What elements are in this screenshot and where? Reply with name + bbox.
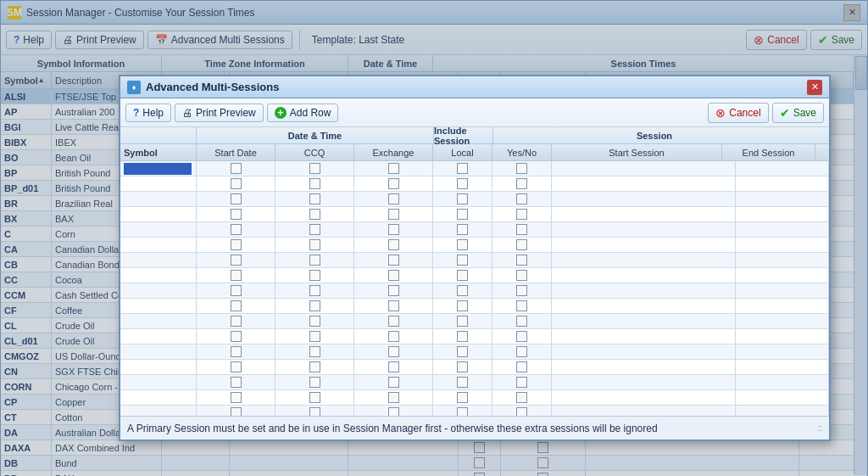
dialog-checkbox[interactable]: [457, 331, 468, 342]
dcell-yesno[interactable]: [492, 176, 552, 191]
dialog-table-row[interactable]: [120, 283, 829, 299]
dcell-ccq[interactable]: [275, 360, 354, 374]
dcell-startdate[interactable]: [197, 207, 275, 221]
dialog-checkbox[interactable]: [457, 163, 468, 174]
dcell-startdate[interactable]: [197, 314, 275, 328]
dcell-startdate[interactable]: [197, 238, 275, 252]
dcell-endsession[interactable]: [736, 344, 829, 359]
dcell-startdate[interactable]: [197, 161, 275, 176]
dialog-checkbox[interactable]: [388, 270, 399, 281]
dcell-startdate[interactable]: [197, 222, 275, 237]
dcell-ccq[interactable]: [275, 192, 354, 206]
dialog-checkbox[interactable]: [457, 377, 468, 388]
dialog-table-row[interactable]: [120, 268, 829, 283]
dialog-checkbox[interactable]: [231, 255, 242, 266]
dialog-checkbox[interactable]: [231, 331, 242, 342]
dcell-local[interactable]: [433, 390, 492, 405]
dcell-startdate[interactable]: [197, 253, 275, 267]
dcell-local[interactable]: [433, 207, 492, 221]
dialog-checkbox[interactable]: [309, 285, 320, 296]
dcell-local[interactable]: [433, 299, 492, 313]
dialog-checkbox[interactable]: [231, 346, 242, 357]
dcell-yesno[interactable]: [492, 222, 552, 237]
dialog-checkbox[interactable]: [457, 193, 468, 204]
dcell-startsession[interactable]: [552, 406, 736, 416]
dcell-yesno[interactable]: [492, 238, 552, 252]
dcell-startsession[interactable]: [552, 360, 736, 374]
dialog-checkbox[interactable]: [388, 239, 399, 250]
dialog-checkbox[interactable]: [309, 193, 320, 204]
dcell-local[interactable]: [433, 176, 492, 191]
dialog-checkbox[interactable]: [457, 361, 468, 372]
dcell-local[interactable]: [433, 192, 492, 206]
dialog-checkbox[interactable]: [457, 346, 468, 357]
dialog-checkbox[interactable]: [309, 209, 320, 220]
dialog-checkbox[interactable]: [309, 407, 320, 416]
dcell-startsession[interactable]: [552, 192, 736, 206]
dcell-symbol[interactable]: [120, 192, 197, 206]
dcell-exchange[interactable]: [354, 161, 433, 176]
dialog-checkbox[interactable]: [231, 224, 242, 235]
dcell-exchange[interactable]: [354, 375, 433, 389]
dcell-ccq[interactable]: [275, 299, 354, 313]
dialog-checkbox[interactable]: [309, 392, 320, 403]
dcell-endsession[interactable]: [736, 253, 829, 267]
dcell-endsession[interactable]: [736, 360, 829, 374]
dialog-checkbox[interactable]: [309, 178, 320, 189]
dialog-checkbox[interactable]: [516, 193, 527, 204]
dcell-yesno[interactable]: [492, 406, 552, 416]
dcell-exchange[interactable]: [354, 344, 433, 359]
dcell-yesno[interactable]: [492, 299, 552, 313]
dcell-symbol[interactable]: [120, 344, 197, 359]
dcell-yesno[interactable]: [492, 375, 552, 389]
dialog-checkbox[interactable]: [516, 178, 527, 189]
dialog-checkbox[interactable]: [231, 300, 242, 311]
dcell-endsession[interactable]: [736, 238, 829, 252]
dialog-checkbox[interactable]: [516, 392, 527, 403]
dcell-ccq[interactable]: [275, 283, 354, 298]
dialog-checkbox[interactable]: [516, 239, 527, 250]
dcell-local[interactable]: [433, 360, 492, 374]
dcell-startsession[interactable]: [552, 207, 736, 221]
dcell-local[interactable]: [433, 222, 492, 237]
dialog-checkbox[interactable]: [457, 392, 468, 403]
dialog-checkbox[interactable]: [516, 331, 527, 342]
dialog-checkbox[interactable]: [516, 285, 527, 296]
dialog-table-row[interactable]: [120, 192, 829, 207]
dcell-symbol[interactable]: [120, 299, 197, 313]
dcell-symbol[interactable]: [120, 268, 197, 283]
dcell-ccq[interactable]: [275, 222, 354, 237]
dialog-checkbox[interactable]: [231, 239, 242, 250]
dialog-checkbox[interactable]: [231, 193, 242, 204]
dcell-symbol[interactable]: [120, 375, 197, 389]
dcell-ccq[interactable]: [275, 207, 354, 221]
dialog-checkbox[interactable]: [388, 316, 399, 327]
dcell-startsession[interactable]: [552, 390, 736, 405]
dcell-yesno[interactable]: [492, 283, 552, 298]
dcell-yesno[interactable]: [492, 207, 552, 221]
dialog-checkbox[interactable]: [231, 163, 242, 174]
dialog-cancel-button[interactable]: ⊗ Cancel: [708, 103, 768, 123]
dcell-startdate[interactable]: [197, 406, 275, 416]
dcell-exchange[interactable]: [354, 360, 433, 374]
dialog-checkbox[interactable]: [388, 209, 399, 220]
dcell-endsession[interactable]: [736, 390, 829, 405]
dialog-checkbox[interactable]: [388, 178, 399, 189]
dialog-close-button[interactable]: ✕: [807, 80, 822, 95]
dialog-checkbox[interactable]: [516, 346, 527, 357]
dcell-exchange[interactable]: [354, 176, 433, 191]
dcell-startsession[interactable]: [552, 253, 736, 267]
dialog-checkbox[interactable]: [457, 209, 468, 220]
dcell-ccq[interactable]: [275, 253, 354, 267]
dcell-ccq[interactable]: [275, 344, 354, 359]
dialog-table-row[interactable]: [120, 299, 829, 314]
dialog-checkbox[interactable]: [516, 209, 527, 220]
dcell-symbol[interactable]: [120, 314, 197, 328]
dcell-startdate[interactable]: [197, 283, 275, 298]
dcell-startsession[interactable]: [552, 238, 736, 252]
dialog-checkbox[interactable]: [516, 270, 527, 281]
dialog-table-row[interactable]: [120, 176, 829, 192]
dcell-yesno[interactable]: [492, 329, 552, 344]
dialog-checkbox[interactable]: [457, 407, 468, 416]
dialog-checkbox[interactable]: [231, 285, 242, 296]
